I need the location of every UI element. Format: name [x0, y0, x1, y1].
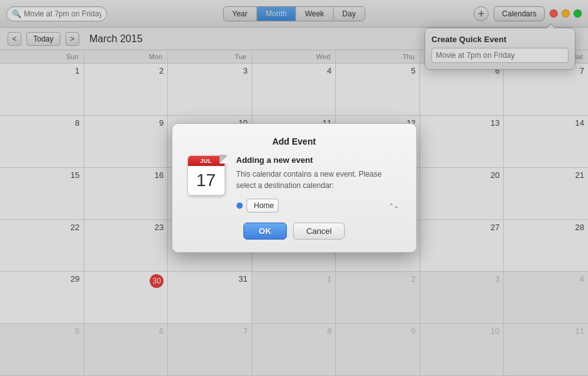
- add-event-dialog: Add Event JUL 17 Adding a new event This…: [172, 123, 417, 253]
- cancel-button[interactable]: Cancel: [293, 223, 345, 240]
- dialog-buttons: OK Cancel: [187, 223, 401, 240]
- dialog-title: Add Event: [187, 136, 401, 147]
- icon-month-label: JUL: [188, 156, 225, 166]
- icon-day-label: 17: [188, 166, 225, 195]
- calendar-color-dot: [236, 202, 243, 209]
- calendar-select[interactable]: Home Work School: [247, 199, 279, 213]
- dialog-description: This calendar contains a new event. Plea…: [236, 169, 401, 191]
- dialog-text: Adding a new event This calendar contain…: [236, 155, 401, 213]
- ok-button[interactable]: OK: [243, 223, 287, 240]
- calendar-select-wrapper: Home Work School: [247, 199, 401, 213]
- calendar-select-row: Home Work School: [236, 199, 401, 213]
- icon-corner: [219, 155, 228, 163]
- modal-overlay: Add Event JUL 17 Adding a new event This…: [0, 0, 588, 376]
- calendar-icon: JUL 17: [187, 155, 228, 196]
- dialog-body: JUL 17 Adding a new event This calendar …: [187, 155, 401, 213]
- dialog-subtitle: Adding a new event: [236, 155, 401, 165]
